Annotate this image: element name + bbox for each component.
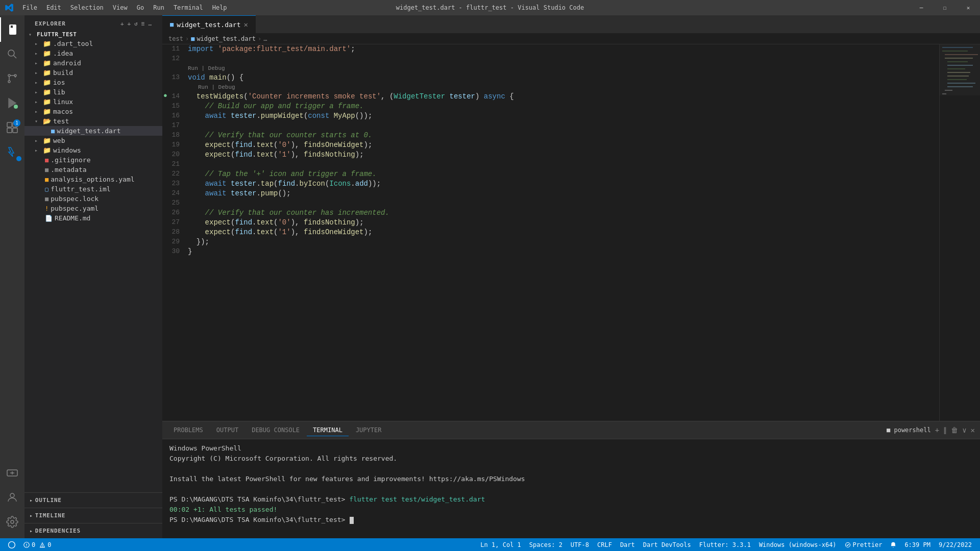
terminal-tabs: PROBLEMS OUTPUT DEBUG CONSOLE TERMINAL J… (162, 421, 980, 439)
activity-explorer[interactable] (0, 17, 24, 42)
breadcrumb-more[interactable]: … (263, 35, 267, 42)
activity-run-debug[interactable] (0, 91, 24, 115)
sidebar-header: EXPLORER + + ↺ ≡ … (24, 15, 162, 30)
terminal-split-icon[interactable]: ∥ (943, 426, 947, 434)
dependencies-arrow: ▸ (30, 528, 33, 534)
code-line-13: 13 void main() { (162, 73, 939, 83)
sidebar: EXPLORER + + ↺ ≡ … ▾ FLUTTR_TEST ▸ 📁 .da… (24, 15, 162, 538)
tree-item[interactable]: ▢ fluttr_test.iml (24, 184, 162, 194)
tree-item[interactable]: ▸ 📁 linux (24, 97, 162, 107)
tree-item-test[interactable]: ▾ 📂 test (24, 116, 162, 126)
tree-item[interactable]: ▸ 📁 macos (24, 107, 162, 116)
tree-item[interactable]: ▸ 📁 .dart_tool (24, 39, 162, 48)
new-folder-icon[interactable]: + (128, 20, 132, 27)
tree-item[interactable]: ▸ 📁 .idea (24, 48, 162, 58)
menu-selection[interactable]: Selection (66, 3, 108, 12)
tab-output[interactable]: OUTPUT (210, 424, 244, 436)
breadcrumb-file[interactable]: widget_test.dart (197, 35, 256, 42)
tree-item[interactable]: ■ .gitignore (24, 155, 162, 165)
status-dart-devtools[interactable]: Dart DevTools (639, 538, 695, 551)
close-button[interactable]: ✕ (957, 0, 980, 15)
code-line-30: 30 } (162, 247, 939, 257)
sidebar-header-icons: + + ↺ ≡ … (120, 20, 152, 27)
terminal-trash-icon[interactable]: 🗑 (951, 426, 958, 434)
activity-settings[interactable] (0, 510, 24, 534)
breadcrumb-sep2: › (258, 35, 261, 42)
maximize-button[interactable]: ☐ (933, 0, 957, 15)
tree-item[interactable]: ■ analysis_options.yaml (24, 174, 162, 184)
tree-item[interactable]: ▸ 📁 web (24, 136, 162, 145)
status-position[interactable]: Ln 1, Col 1 (476, 538, 525, 551)
outline-header[interactable]: ▸ OUTLINE (24, 495, 162, 506)
tab-terminal[interactable]: TERMINAL (307, 424, 349, 436)
more-actions-icon[interactable]: … (148, 20, 152, 27)
menu-help[interactable]: Help (208, 3, 231, 12)
tab-debug-console[interactable]: DEBUG CONSOLE (246, 424, 306, 436)
tab-problems[interactable]: PROBLEMS (167, 424, 209, 436)
activity-bar: 1 (0, 15, 24, 538)
code-editor[interactable]: 11 import 'package:fluttr_test/main.dart… (162, 44, 939, 421)
terminal-line: PS D:\MAGANG\DTS TSA Kominfo\34\fluttr_t… (169, 494, 973, 505)
sidebar-section-outline: ▸ OUTLINE (24, 492, 162, 508)
menu-edit[interactable]: Edit (42, 3, 65, 12)
menu-bar: File Edit Selection View Go Run Terminal… (18, 3, 231, 12)
tree-item[interactable]: ▸ 📁 lib (24, 87, 162, 97)
tree-item[interactable]: ▸ 📁 ios (24, 78, 162, 87)
code-line-25: 25 (162, 198, 939, 208)
breadcrumb-folder[interactable]: test (168, 35, 183, 42)
activity-remote-explorer[interactable] (0, 461, 24, 485)
menu-file[interactable]: File (18, 3, 41, 12)
tab-close-button[interactable]: ✕ (243, 20, 248, 29)
tree-item[interactable]: ▸ 📁 windows (24, 145, 162, 155)
minimize-button[interactable]: ─ (910, 0, 933, 15)
tree-project-root[interactable]: ▾ FLUTTR_TEST (24, 30, 162, 39)
activity-accounts[interactable] (0, 485, 24, 510)
status-language[interactable]: Dart (616, 538, 639, 551)
tree-item[interactable]: 📄 README.md (24, 213, 162, 223)
terminal-line (169, 464, 973, 474)
timeline-header[interactable]: ▸ TIMELINE (24, 510, 162, 521)
menu-view[interactable]: View (109, 3, 132, 12)
activity-source-control[interactable] (0, 66, 24, 91)
status-spaces[interactable]: Spaces: 2 (525, 538, 567, 551)
menu-terminal[interactable]: Terminal (169, 3, 207, 12)
status-errors[interactable]: 0 0 (19, 538, 55, 551)
minimap (939, 44, 980, 421)
tree-item[interactable]: ■ pubspec.lock (24, 194, 162, 204)
sidebar-section-timeline: ▸ TIMELINE (24, 508, 162, 523)
tree-item[interactable]: ! pubspec.yaml (24, 204, 162, 213)
sidebar-title: EXPLORER (35, 20, 66, 27)
activity-testing[interactable] (0, 140, 24, 164)
status-line-ending[interactable]: CRLF (593, 538, 616, 551)
menu-go[interactable]: Go (133, 3, 148, 12)
minimap-svg (940, 44, 980, 248)
status-platform[interactable]: Windows (windows-x64) (755, 538, 841, 551)
terminal-maximize-icon[interactable]: ∨ (962, 426, 966, 434)
svg-rect-34 (42, 546, 43, 547)
status-prettier[interactable]: Prettier (841, 538, 887, 551)
tree-item[interactable]: ■ .metadata (24, 165, 162, 174)
tree-item[interactable]: ▸ 📁 build (24, 68, 162, 78)
editor-tab-widget-test[interactable]: ■ widget_test.dart ✕ (162, 15, 256, 33)
collapse-icon[interactable]: ≡ (141, 20, 145, 27)
tree-item-widget-test[interactable]: ■ widget_test.dart (24, 126, 162, 136)
activity-search[interactable] (0, 42, 24, 66)
svg-rect-9 (7, 128, 12, 133)
terminal-content[interactable]: Windows PowerShell Copyright (C) Microso… (162, 439, 980, 538)
status-remote[interactable] (4, 538, 19, 551)
status-flutter-version[interactable]: Flutter: 3.3.1 (695, 538, 755, 551)
terminal-close-icon[interactable]: ✕ (971, 426, 975, 434)
new-terminal-icon[interactable]: + (935, 426, 939, 434)
tab-jupyter[interactable]: JUPYTER (350, 424, 388, 436)
status-encoding[interactable]: UTF-8 (567, 538, 593, 551)
svg-point-32 (26, 545, 27, 546)
svg-rect-10 (13, 128, 17, 133)
status-notification-bell[interactable] (886, 538, 900, 551)
dependencies-header[interactable]: ▸ DEPENDENCIES (24, 525, 162, 536)
refresh-icon[interactable]: ↺ (134, 20, 138, 27)
tree-item[interactable]: ▸ 📁 android (24, 58, 162, 68)
activity-extensions[interactable]: 1 (0, 115, 24, 140)
menu-run[interactable]: Run (149, 3, 168, 12)
main-area: 1 EXPLORER + + ↺ ≡ … (0, 15, 980, 538)
new-file-icon[interactable]: + (120, 20, 125, 27)
